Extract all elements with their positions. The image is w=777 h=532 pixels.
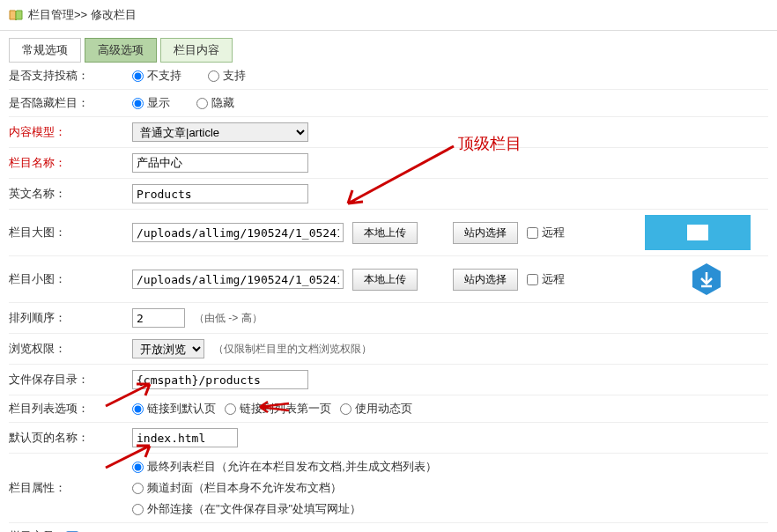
smallimg-site-select-button[interactable]: 站内选择 <box>453 269 518 291</box>
savepath-input[interactable] <box>132 370 308 389</box>
label-savepath: 文件保存目录： <box>9 372 132 388</box>
annotation-text: 顶级栏目 <box>458 133 522 154</box>
label-bigimg: 栏目大图： <box>9 225 132 240</box>
name-input[interactable] <box>132 153 308 173</box>
smallimg-input[interactable] <box>132 270 344 289</box>
radio-show[interactable]: 显示 <box>132 95 170 111</box>
radio-hide[interactable]: 隐藏 <box>196 95 234 111</box>
bigimg-site-select-button[interactable]: 站内选择 <box>453 222 518 244</box>
smallimg-local-upload-button[interactable]: 本地上传 <box>352 269 418 291</box>
tab-normal[interactable]: 常规选项 <box>9 38 81 63</box>
label-colattr: 栏目属性： <box>9 480 132 496</box>
label-viewperm: 浏览权限： <box>9 341 132 357</box>
label-name: 栏目名称： <box>9 155 132 171</box>
breadcrumb: 栏目管理>> 修改栏目 <box>28 7 137 23</box>
tabs: 常规选项 高级选项 栏目内容 <box>9 38 777 63</box>
radio-attr-ext[interactable]: 外部连接（在"文件保存目录"处填写网址） <box>132 501 437 517</box>
radio-attr-cover[interactable]: 频道封面（栏目本身不允许发布文档） <box>132 480 437 496</box>
order-hint: （由低 -> 高） <box>194 311 263 326</box>
defaultpage-input[interactable] <box>132 428 238 447</box>
model-select[interactable]: 普通文章|article <box>132 122 308 142</box>
form: 顶级栏目 是否支持投稿： 不支持 支持 是否隐藏栏目： 显示 隐藏 内容模型： … <box>0 63 777 532</box>
label-smallimg: 栏目小图： <box>9 271 132 287</box>
bigimg-remote-checkbox[interactable]: 远程 <box>527 225 565 240</box>
label-enname: 英文名称： <box>9 186 132 202</box>
label-listopt: 栏目列表选项： <box>9 401 132 417</box>
radio-support[interactable]: 支持 <box>208 68 246 84</box>
book-icon <box>9 9 23 21</box>
bigimg-input[interactable] <box>132 223 344 242</box>
label-submit: 是否支持投稿： <box>9 68 132 84</box>
radio-no-support[interactable]: 不支持 <box>132 68 181 84</box>
order-input[interactable] <box>132 308 185 328</box>
radio-link-default[interactable]: 链接到默认页 <box>132 401 216 417</box>
radio-attr-list[interactable]: 最终列表栏目（允许在本栏目发布文档,并生成文档列表） <box>132 459 437 475</box>
smallimg-remote-checkbox[interactable]: 远程 <box>527 271 565 287</box>
label-hidden: 是否隐藏栏目： <box>9 95 132 111</box>
enname-input[interactable] <box>132 184 308 203</box>
download-hexagon-icon <box>689 262 724 297</box>
radio-use-dynamic[interactable]: 使用动态页 <box>340 401 412 417</box>
viewperm-hint: （仅限制栏目里的文档浏览权限） <box>213 342 372 357</box>
viewperm-select[interactable]: 开放浏览 <box>132 339 204 358</box>
label-model: 内容模型： <box>9 124 132 140</box>
header: 栏目管理>> 修改栏目 <box>0 0 777 31</box>
label-cross: 栏目交叉：? 仅适用[最终列表栏目] <box>9 528 132 532</box>
bigimg-thumbnail <box>645 215 751 250</box>
label-order: 排列顺序： <box>9 310 132 326</box>
tab-content[interactable]: 栏目内容 <box>160 38 233 63</box>
radio-link-list[interactable]: 链接到列表第一页 <box>225 401 331 417</box>
bigimg-local-upload-button[interactable]: 本地上传 <box>352 222 418 244</box>
label-defaultpage: 默认页的名称： <box>9 430 132 446</box>
tab-advanced[interactable]: 高级选项 <box>85 38 157 63</box>
